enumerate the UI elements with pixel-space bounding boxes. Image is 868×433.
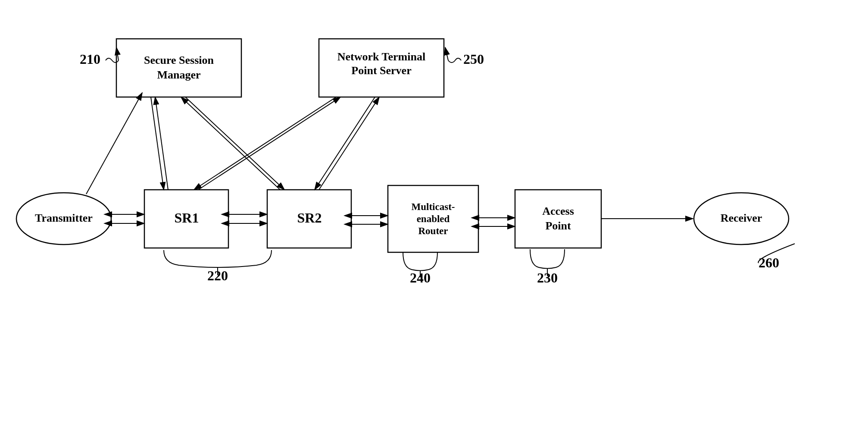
ntps-label-line1: Network Terminal [337, 50, 425, 63]
sr2-label: SR2 [297, 210, 322, 226]
diagram-container: Secure Session Manager Network Terminal … [0, 0, 868, 433]
ap-label-line1: Access [542, 205, 574, 217]
ref-250: 250 [463, 51, 484, 67]
transmitter-label: Transmitter [35, 212, 93, 224]
ssm-label-line1: Secure Session [144, 54, 214, 66]
svg-rect-8 [515, 190, 601, 248]
sr1-label: SR1 [175, 210, 199, 226]
router-label-line3: Router [418, 226, 448, 236]
router-label-line2: enabled [417, 213, 450, 224]
svg-rect-3 [116, 39, 241, 97]
ap-label-line2: Point [545, 220, 571, 232]
ntps-label-line2: Point Server [351, 64, 411, 77]
ref-210: 210 [80, 51, 100, 67]
ref-260: 260 [759, 255, 779, 270]
receiver-label: Receiver [721, 212, 762, 224]
network-diagram: Secure Session Manager Network Terminal … [0, 0, 868, 433]
router-label-line1: Multicast- [412, 201, 455, 212]
ssm-label-line2: Manager [157, 69, 200, 81]
